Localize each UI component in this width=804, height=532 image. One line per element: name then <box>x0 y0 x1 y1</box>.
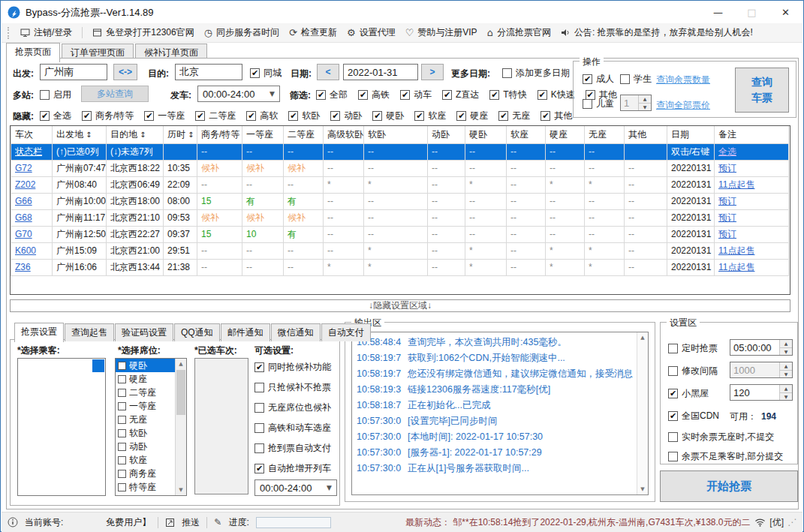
train-link[interactable]: K600 <box>15 245 36 256</box>
tab-grab-page[interactable]: 抢票页面 <box>6 43 60 62</box>
note-link[interactable]: 11点起售 <box>718 262 754 272</box>
student-checkbox[interactable]: ✔ 学生 <box>620 73 652 86</box>
train-link[interactable]: 状态栏 <box>15 146 42 157</box>
note-link[interactable]: 11点起售 <box>718 245 754 256</box>
table-row-Z36[interactable]: Z36广州16:06北京西13:4421:38------**--*--**--… <box>11 259 789 275</box>
column-header-硬卧[interactable]: 硬卧 <box>465 126 507 143</box>
maximize-button[interactable]: □ <box>735 2 769 23</box>
date-input[interactable]: 2022-01-31 <box>343 64 418 80</box>
option-自动抢增开列车[interactable]: ✔自动抢增开列车 <box>254 462 331 475</box>
table-row-K600[interactable]: K600广州15:09北京西21:0029:51--------*--*--**… <box>11 242 789 259</box>
filter-全部[interactable]: ✔全部 <box>316 89 348 101</box>
scroll-up-icon[interactable]: ▲ <box>176 359 186 369</box>
option-无座席位也候补[interactable]: ✔无座席位也候补 <box>254 401 331 414</box>
national-cdn-checkbox[interactable]: ✔ 全国CDN <box>668 410 719 422</box>
logout-login-button[interactable]: 注销/登录 <box>20 26 72 39</box>
close-button[interactable]: ✕ <box>769 2 802 23</box>
column-header-一等座[interactable]: 一等座 <box>242 126 284 143</box>
minimize-button[interactable]: — <box>701 2 735 23</box>
hide-硬座[interactable]: ✔硬座 <box>456 110 488 122</box>
stepper-arrows[interactable]: ▲▼ <box>779 362 792 377</box>
add-more-dates-checkbox[interactable]: ✔ 添加更多日期 <box>502 67 570 80</box>
train-link[interactable]: G66 <box>15 196 32 206</box>
open-12306-button[interactable]: 免登录打开12306官网 <box>92 26 194 39</box>
column-header-历时[interactable]: 历时↕ <box>164 126 197 143</box>
train-link[interactable]: Z202 <box>15 179 35 190</box>
grab-time-range-select[interactable]: 00:00-24:00 ▼ <box>254 479 337 496</box>
sponsor-vip-button[interactable]: ♡ 赞助与注册VIP <box>405 26 477 39</box>
note-link[interactable]: 11点起售 <box>718 179 754 190</box>
settings-tab-QQ通知[interactable]: QQ通知 <box>174 323 220 341</box>
hide-商务/特等[interactable]: ✔商务/特等 <box>82 110 134 122</box>
table-row-G68[interactable]: G68广州南11:17北京西21:1009:53候补候补候补----------… <box>11 209 789 226</box>
resize-grip[interactable]: ⋰ <box>787 517 796 527</box>
hidden-settings-divider[interactable]: ↓隐藏设置区域↓ <box>10 299 790 312</box>
log-scrollbar[interactable]: ▲ ▼ <box>637 332 648 494</box>
query-tickets-button[interactable]: 查询 车票 <box>735 68 789 113</box>
note-link[interactable]: 预订 <box>718 196 736 206</box>
blackroom-stepper[interactable]: 120 ▲▼ <box>730 384 793 401</box>
child-checkbox[interactable]: ✔ 儿童 <box>583 98 614 110</box>
column-header-二等座[interactable]: 二等座 <box>284 126 324 143</box>
filter-动车[interactable]: ✔动车 <box>400 89 432 101</box>
depart-time-select[interactable]: 00:00-24:00 ▼ <box>197 86 280 102</box>
column-header-动卧[interactable]: 动卧 <box>428 126 465 143</box>
official-site-button[interactable]: ⌂ 分流抢票官网 <box>487 26 551 39</box>
column-header-目的地[interactable]: 目的地↕ <box>107 126 164 143</box>
column-header-软卧[interactable]: 软卧 <box>364 126 428 143</box>
note-link[interactable]: 全选 <box>718 146 736 157</box>
option-抢到票自动支付[interactable]: ✔抢到票自动支付 <box>254 442 331 455</box>
interval-stepper[interactable]: 1000 ▲▼ <box>730 362 793 378</box>
settings-tab-抢票设置[interactable]: 抢票设置 <box>14 323 64 342</box>
no-seat-no-submit-checkbox[interactable]: ✔ 实时余票无座时,不提交 <box>668 431 774 443</box>
table-row-G70[interactable]: G70广州南12:50北京西22:2709:371510有-----------… <box>11 226 789 242</box>
scroll-down-icon[interactable]: ▼ <box>637 484 648 494</box>
column-header-出发地[interactable]: 出发地↕ <box>53 126 107 143</box>
proxy-settings-button[interactable]: ⚙ 设置代理 <box>347 26 396 39</box>
column-header-备注[interactable]: 备注 <box>715 126 789 143</box>
hide-硬卧[interactable]: ✔硬卧 <box>372 110 404 122</box>
table-row-Z202[interactable]: Z202广州08:40北京西06:4922:09------**--*--**-… <box>11 176 789 193</box>
adult-checkbox[interactable]: ✔ 成人 <box>583 73 614 86</box>
depart-input[interactable]: 广州南 <box>40 64 107 80</box>
filter-Z直达[interactable]: ✔Z直达 <box>442 89 479 101</box>
column-header-无座[interactable]: 无座 <box>585 126 625 143</box>
train-link[interactable]: G72 <box>15 163 32 173</box>
start-grab-button[interactable]: 开始抢票 <box>660 470 798 502</box>
next-date-button[interactable]: > <box>421 64 444 80</box>
hide-二等座[interactable]: ✔二等座 <box>195 110 236 122</box>
stepper-arrows[interactable]: ▲▼ <box>779 385 792 400</box>
modify-interval-checkbox[interactable]: ✔ 修改间隔 <box>668 365 718 377</box>
filter-K快速[interactable]: ✔K快速 <box>538 89 575 101</box>
column-header-车次[interactable]: 车次 <box>11 126 53 143</box>
hide-无座[interactable]: ✔无座 <box>498 110 530 122</box>
query-all-prices-link[interactable]: 查询全部票价 <box>656 99 710 112</box>
option-同时抢候补功能[interactable]: ✔同时抢候补功能 <box>254 361 331 374</box>
multi-query-button[interactable]: 多站查询 <box>81 86 149 102</box>
note-link[interactable]: 预订 <box>718 229 736 239</box>
scroll-up-icon[interactable]: ▲ <box>637 332 648 343</box>
output-log[interactable]: 10:58:48:4查询完毕，本次查询共用时:435毫秒。10:58:19:7获… <box>351 332 649 495</box>
child-count-stepper[interactable]: 1 ▲▼ <box>620 95 652 111</box>
filter-T特快[interactable]: ✔T特快 <box>489 89 526 101</box>
table-row-状态栏[interactable]: 状态栏(↑)已选0列(↓)未选7列--------------------双击/… <box>11 143 789 160</box>
stepper-arrows[interactable]: ▲▼ <box>779 340 792 355</box>
hide-动卧[interactable]: ✔动卧 <box>330 110 362 122</box>
option-高铁和动车选座[interactable]: ✔高铁和动车选座 <box>254 422 331 434</box>
column-header-商务/特等[interactable]: 商务/特等 <box>197 126 242 143</box>
hide-软卧[interactable]: ✔软卧 <box>288 110 320 122</box>
dest-input[interactable]: 北京 <box>175 64 242 80</box>
scrollbar-thumb[interactable] <box>176 370 185 415</box>
column-header-日期[interactable]: 日期 <box>667 126 715 143</box>
hide-全选[interactable]: ✔全选 <box>40 110 71 122</box>
column-header-软座[interactable]: 软座 <box>507 126 546 143</box>
enable-multi-checkbox[interactable]: ✔ 启用 <box>40 89 71 101</box>
train-link[interactable]: Z36 <box>15 262 31 272</box>
prev-date-button[interactable]: < <box>317 64 339 80</box>
column-header-其他[interactable]: 其他 <box>625 126 667 143</box>
column-header-高级软卧[interactable]: 高级软卧 <box>324 126 364 143</box>
column-header-硬座[interactable]: 硬座 <box>546 126 585 143</box>
sync-time-button[interactable]: ◷ 同步服务器时间 <box>204 26 279 39</box>
settings-tab-微信通知[interactable]: 微信通知 <box>271 323 321 341</box>
settings-tab-验证码设置[interactable]: 验证码设置 <box>115 323 173 341</box>
